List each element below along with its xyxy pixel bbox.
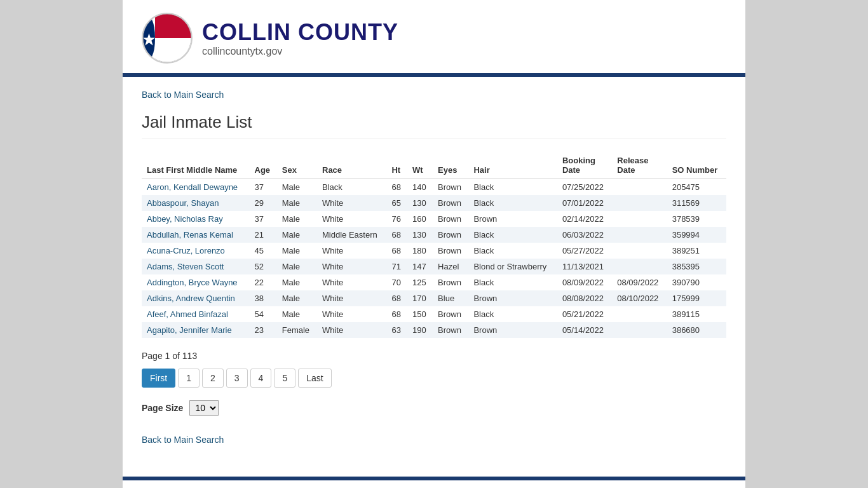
table-row: Aaron, Kendall Dewayne37MaleBlack68140Br…: [142, 179, 726, 196]
inmate-name-link[interactable]: Acuna-Cruz, Lorenzo: [147, 246, 225, 255]
cell-sex: Male: [277, 243, 317, 259]
cell-release: [612, 259, 667, 274]
cell-age: 37: [250, 211, 277, 227]
col-name: Last First Middle Name: [142, 152, 250, 179]
page-2-button[interactable]: 2: [202, 369, 224, 388]
cell-name: Adkins, Andrew Quentin: [142, 290, 250, 306]
page-title: Jail Inmate List: [142, 112, 726, 139]
cell-age: 38: [250, 290, 277, 306]
cell-ht: 68: [386, 290, 407, 306]
cell-booking: 05/27/2022: [557, 243, 612, 259]
cell-name: Agapito, Jennifer Marie: [142, 322, 250, 338]
cell-eyes: Brown: [433, 227, 468, 243]
cell-ht: 63: [386, 322, 407, 338]
cell-sex: Male: [277, 179, 317, 196]
cell-race: White: [317, 195, 386, 211]
cell-so: 205475: [667, 179, 726, 196]
cell-name: Abbey, Nicholas Ray: [142, 211, 250, 227]
cell-race: White: [317, 306, 386, 322]
table-header-row: Last First Middle Name Age Sex Race Ht W…: [142, 152, 726, 179]
back-link-bottom[interactable]: Back to Main Search: [142, 435, 224, 445]
page-1-button[interactable]: 1: [178, 369, 200, 388]
cell-ht: 68: [386, 306, 407, 322]
cell-so: 385395: [667, 259, 726, 274]
inmate-name-link[interactable]: Adams, Steven Scott: [147, 262, 224, 271]
inmate-name-link[interactable]: Afeef, Ahmed Binfazal: [147, 309, 228, 319]
cell-so: 389251: [667, 243, 726, 259]
cell-eyes: Blue: [433, 290, 468, 306]
cell-so: 359994: [667, 227, 726, 243]
page-size-select[interactable]: 10 25 50: [189, 400, 219, 416]
cell-release: [612, 179, 667, 196]
inmate-name-link[interactable]: Abbey, Nicholas Ray: [147, 214, 223, 224]
cell-sex: Female: [277, 322, 317, 338]
page-3-button[interactable]: 3: [226, 369, 248, 388]
cell-hair: Black: [468, 179, 557, 196]
cell-hair: Brown: [468, 290, 557, 306]
cell-sex: Male: [277, 290, 317, 306]
main-content: Back to Main Search Jail Inmate List Las…: [123, 77, 745, 477]
cell-release: 08/09/2022: [612, 274, 667, 290]
cell-ht: 65: [386, 195, 407, 211]
col-hair: Hair: [468, 152, 557, 179]
inmate-name-link[interactable]: Aaron, Kendall Dewayne: [147, 182, 238, 192]
cell-name: Abdullah, Renas Kemal: [142, 227, 250, 243]
table-row: Abbaspour, Shayan29MaleWhite65130BrownBl…: [142, 195, 726, 211]
cell-name: Abbaspour, Shayan: [142, 195, 250, 211]
inmate-name-link[interactable]: Addington, Bryce Wayne: [147, 278, 238, 287]
page-4-button[interactable]: 4: [250, 369, 272, 388]
cell-release: [612, 211, 667, 227]
cell-eyes: Brown: [433, 306, 468, 322]
cell-age: 54: [250, 306, 277, 322]
cell-sex: Male: [277, 227, 317, 243]
cell-release: [612, 322, 667, 338]
cell-hair: Blond or Strawberry: [468, 259, 557, 274]
table-row: Agapito, Jennifer Marie23FemaleWhite6319…: [142, 322, 726, 338]
page-5-button[interactable]: 5: [274, 369, 295, 388]
inmate-table: Last First Middle Name Age Sex Race Ht W…: [142, 152, 726, 338]
pagination-info: Page 1 of 113: [142, 351, 726, 361]
cell-ht: 71: [386, 259, 407, 274]
table-row: Acuna-Cruz, Lorenzo45MaleWhite68180Brown…: [142, 243, 726, 259]
cell-so: 175999: [667, 290, 726, 306]
cell-wt: 180: [407, 243, 433, 259]
cell-eyes: Brown: [433, 274, 468, 290]
cell-booking: 05/21/2022: [557, 306, 612, 322]
cell-ht: 68: [386, 243, 407, 259]
col-race: Race: [317, 152, 386, 179]
cell-ht: 68: [386, 179, 407, 196]
cell-age: 37: [250, 179, 277, 196]
inmate-name-link[interactable]: Abdullah, Renas Kemal: [147, 230, 233, 240]
cell-booking: 08/08/2022: [557, 290, 612, 306]
cell-release: 08/10/2022: [612, 290, 667, 306]
inmate-name-link[interactable]: Agapito, Jennifer Marie: [147, 325, 232, 335]
table-row: Abdullah, Renas Kemal21MaleMiddle Easter…: [142, 227, 726, 243]
inmate-name-link[interactable]: Abbaspour, Shayan: [147, 198, 219, 208]
col-booking: BookingDate: [557, 152, 612, 179]
cell-release: [612, 195, 667, 211]
cell-eyes: Brown: [433, 211, 468, 227]
cell-ht: 68: [386, 227, 407, 243]
cell-wt: 170: [407, 290, 433, 306]
cell-booking: 07/01/2022: [557, 195, 612, 211]
cell-wt: 190: [407, 322, 433, 338]
cell-name: Aaron, Kendall Dewayne: [142, 179, 250, 196]
first-page-button[interactable]: First: [142, 369, 175, 388]
back-link-top[interactable]: Back to Main Search: [142, 90, 224, 100]
cell-sex: Male: [277, 195, 317, 211]
cell-name: Afeef, Ahmed Binfazal: [142, 306, 250, 322]
cell-hair: Black: [468, 274, 557, 290]
cell-age: 21: [250, 227, 277, 243]
cell-ht: 76: [386, 211, 407, 227]
logo: [142, 13, 193, 64]
cell-age: 45: [250, 243, 277, 259]
cell-sex: Male: [277, 259, 317, 274]
last-page-button[interactable]: Last: [298, 369, 331, 388]
cell-so: 390790: [667, 274, 726, 290]
header: COLLIN COUNTY collincountytx.gov: [123, 0, 745, 73]
cell-sex: Male: [277, 306, 317, 322]
table-row: Adams, Steven Scott52MaleWhite71147Hazel…: [142, 259, 726, 274]
col-eyes: Eyes: [433, 152, 468, 179]
inmate-name-link[interactable]: Adkins, Andrew Quentin: [147, 294, 235, 303]
cell-booking: 06/03/2022: [557, 227, 612, 243]
